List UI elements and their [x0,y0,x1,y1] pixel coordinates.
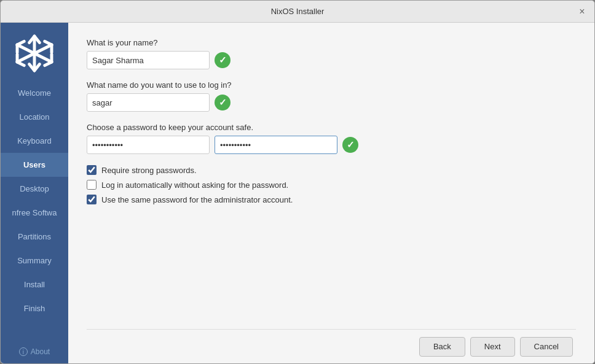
about-label: About [31,347,50,356]
auto-login-option: Log in automatically without asking for … [87,180,576,190]
sidebar-item-finish[interactable]: Finish [1,296,68,320]
password-group: Choose a password to keep your account s… [87,123,576,154]
sidebar-item-welcome[interactable]: Welcome [1,81,68,105]
same-admin-password-checkbox[interactable] [87,195,97,204]
main-content: What is your name? What name do you want… [68,23,594,363]
login-group: What name do you want to use to log in? [87,80,576,112]
sidebar-item-install[interactable]: Install [1,273,68,296]
sidebar-item-desktop[interactable]: Desktop [1,177,68,201]
close-button[interactable]: × [576,6,588,18]
strong-password-label: Require strong passwords. [101,166,197,175]
login-input-row [87,93,576,112]
sidebar-item-keyboard[interactable]: Keyboard [1,129,68,153]
installer-window: NixOS Installer × [0,0,595,364]
next-button[interactable]: Next [470,337,515,357]
password-valid-icon [342,137,358,153]
login-label: What name do you want to use to log in? [87,80,576,90]
name-input[interactable] [87,51,210,69]
svg-line-12 [17,62,24,66]
nixos-logo [13,32,56,75]
about-button[interactable]: i About [1,340,68,363]
password-confirm-input[interactable] [215,136,337,154]
svg-line-8 [17,41,24,45]
window-title: NixOS Installer [271,7,325,16]
password-label: Choose a password to keep your account s… [87,123,576,132]
svg-line-10 [45,41,52,45]
sidebar-item-users[interactable]: Users [1,153,68,177]
info-icon: i [19,347,28,356]
auto-login-label: Log in automatically without asking for … [101,180,288,190]
strong-password-checkbox[interactable] [87,165,97,175]
options-group: Require strong passwords. Log in automat… [87,165,576,204]
sidebar-item-location[interactable]: Location [1,105,68,129]
name-label: What is your name? [87,38,576,47]
content-area: Welcome Location Keyboard Users Desktop … [1,23,594,363]
sidebar-nav: Welcome Location Keyboard Users Desktop … [1,81,68,320]
name-valid-icon [215,52,231,68]
name-group: What is your name? [87,38,576,69]
svg-line-14 [45,62,52,66]
back-button[interactable]: Back [419,337,465,357]
cancel-button[interactable]: Cancel [520,337,573,357]
password-input-row [87,136,576,154]
titlebar: NixOS Installer × [1,1,594,23]
sidebar-item-summary[interactable]: Summary [1,249,68,273]
sidebar-item-nfree-softwa[interactable]: nfree Softwa [1,201,68,225]
password-input[interactable] [87,136,210,154]
same-admin-password-label: Use the same password for the administra… [101,195,293,204]
login-input[interactable] [87,93,210,112]
footer-buttons: Back Next Cancel [87,329,576,363]
login-valid-icon [215,95,231,110]
users-form: What is your name? What name do you want… [87,38,576,329]
auto-login-checkbox[interactable] [87,180,97,190]
name-input-row [87,51,576,69]
same-admin-password-option: Use the same password for the administra… [87,195,576,204]
sidebar-item-partitions[interactable]: Partitions [1,225,68,249]
sidebar: Welcome Location Keyboard Users Desktop … [1,23,68,363]
strong-password-option: Require strong passwords. [87,165,576,175]
